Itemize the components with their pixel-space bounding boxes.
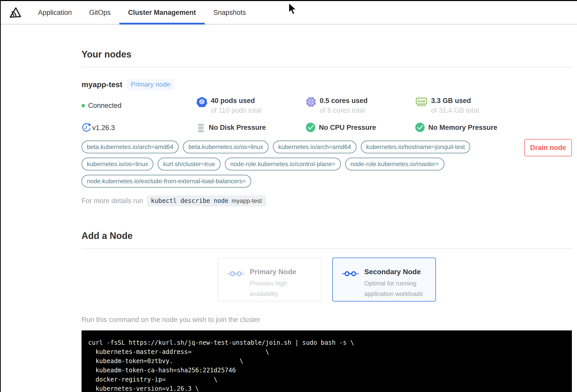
version-update-icon [82, 123, 91, 133]
node-label-pill: kubernetes.io/hostname=jonquil-test [361, 141, 470, 153]
drain-node-button[interactable]: Drain node [524, 139, 572, 156]
memory-pressure: No Memory Pressure [415, 123, 572, 133]
tab-cluster-management[interactable]: Cluster Management [119, 1, 205, 24]
pods-stat: ☸ 40 pods used of 110 pods total [197, 97, 306, 114]
node-label-pill: beta.kubernetes.io/arch=amd64 [82, 141, 179, 153]
add-node-title: Add a Node [82, 230, 572, 241]
main-content: Your nodes myapp-test Primary node Conne… [82, 49, 572, 392]
node-status: Connected [82, 97, 197, 114]
replicated-logo-icon [8, 6, 22, 19]
primary-node-option[interactable]: Primary Node Provides high availability [218, 258, 321, 302]
your-nodes-title: Your nodes [82, 49, 572, 60]
kubectl-command: kubectl describe node [151, 197, 228, 204]
connected-dot-icon [82, 104, 85, 107]
secondary-node-option[interactable]: Secondary Node Optimal for running appli… [332, 258, 436, 302]
node-labels: beta.kubernetes.io/arch=amd64 beta.kuber… [82, 141, 531, 188]
active-tab-underline [119, 23, 205, 25]
command-line: curl -fsSL https://kurl.sh/jq-new-test-u… [88, 338, 565, 347]
disk-pressure: No Disk Pressure [197, 123, 306, 133]
command-line: kubernetes-master-address= \ [88, 347, 565, 356]
primary-node-badge: Primary node [127, 79, 174, 90]
kubectl-node-name: myapp-test [232, 197, 262, 204]
node-stats: Connected ☸ 40 pods used of 110 pods tot… [82, 97, 572, 133]
node-name: myapp-test [82, 80, 122, 89]
tab-snapshots[interactable]: Snapshots [205, 1, 255, 24]
nav-tabs: Application GitOps Cluster Management Sn… [29, 1, 255, 24]
replicated-logo[interactable] [1, 1, 29, 24]
cpu-stat: 0.5 cores used of 8 cores total [306, 97, 415, 114]
node-link-icon [227, 270, 244, 277]
svg-text:RAM: RAM [418, 99, 425, 103]
cpu-icon [306, 97, 316, 107]
primary-node-option-title: Primary Node [250, 268, 314, 276]
check-icon [306, 123, 315, 132]
node-label-pill: node-role.kubernetes.io/master= [345, 158, 444, 170]
section-divider [82, 248, 572, 249]
ram-icon: RAM [415, 97, 428, 107]
node-label-pill: kubernetes.io/arch=amd64 [273, 141, 356, 153]
disk-icon [197, 123, 205, 133]
node-link-icon [342, 270, 359, 277]
check-icon [415, 123, 425, 132]
details-prefix: For more details run [82, 197, 143, 205]
section-divider [82, 67, 572, 67]
secondary-node-option-title: Secondary Node [364, 268, 428, 276]
node-label-pill: kubernetes.io/os=linux [82, 158, 153, 170]
ram-stat: RAM 3.3 GB used of 31.4 GB total [415, 97, 572, 114]
secondary-node-option-desc: Optimal for running application workload… [364, 278, 428, 299]
node-label-pill: node.kubernetes.io/exclude-from-external… [82, 175, 251, 188]
command-line: kubernetes-version=v1.26.3 \ [88, 384, 565, 392]
command-line: kubeadm-token-ca-hash=sha256:221d25746 [88, 366, 565, 375]
top-nav: Application GitOps Cluster Management Sn… [1, 1, 577, 25]
tab-application[interactable]: Application [29, 1, 80, 24]
node-version: v1.26.3 [82, 123, 197, 133]
node-label-pill: kurl.sh/cluster=true [158, 158, 220, 170]
primary-node-option-desc: Provides high availability [250, 278, 314, 299]
tab-gitops[interactable]: GitOps [80, 1, 119, 24]
join-instruction: Run this command on the node you wish to… [82, 316, 572, 324]
node-label-pill: node-role.kubernetes.io/control-plane= [225, 158, 341, 170]
describe-command-chip: kubectl describe node myapp-test [147, 195, 266, 206]
kubernetes-icon: ☸ [197, 97, 207, 107]
command-line: kubeadm-token=0ztbvy. \ [88, 356, 565, 366]
join-command-terminal: curl -fsSL https://kurl.sh/jq-new-test-u… [82, 330, 572, 392]
command-line: docker-registry-ip= \ [88, 375, 565, 384]
cpu-pressure: No CPU Pressure [306, 123, 415, 133]
node-label-pill: beta.kubernetes.io/os=linux [183, 141, 269, 153]
